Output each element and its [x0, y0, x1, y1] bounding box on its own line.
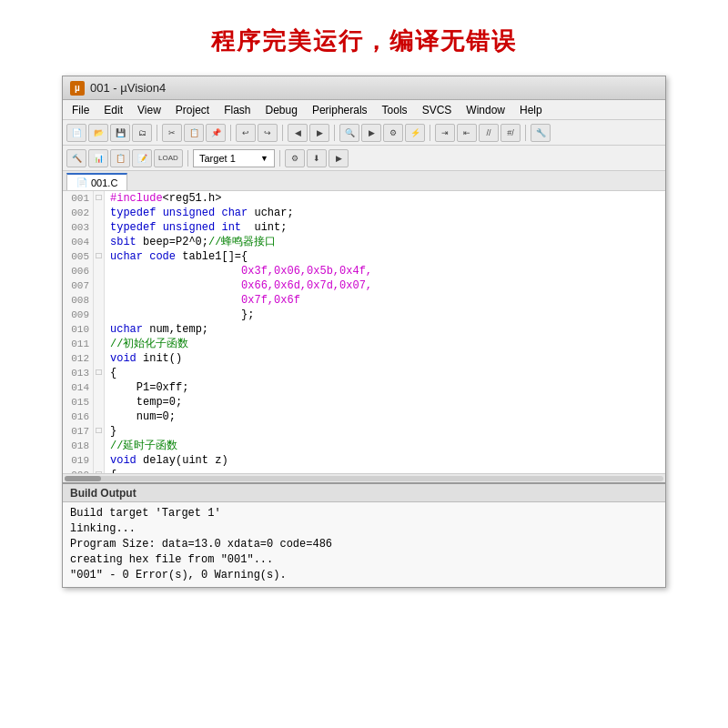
- page-title: 程序完美运行，编译无错误: [0, 0, 728, 76]
- tb-paste[interactable]: 📌: [206, 124, 226, 142]
- tb-build-1[interactable]: ▶: [361, 124, 381, 142]
- tb-undo[interactable]: ↩: [236, 124, 256, 142]
- tb2-run[interactable]: ▶: [329, 149, 349, 167]
- code-line-6: 006 0x3f,0x06,0x5b,0x4f,: [63, 264, 665, 278]
- tb-outdent[interactable]: ⇤: [457, 124, 477, 142]
- window-title: 001 - µVision4: [90, 81, 166, 95]
- menu-help[interactable]: Help: [514, 103, 548, 117]
- target-dropdown[interactable]: Target 1 ▼: [193, 149, 275, 167]
- code-line-8: 008 0x7f,0x6f: [63, 293, 665, 308]
- sep3: [282, 125, 283, 141]
- tb-comment[interactable]: //: [479, 124, 499, 142]
- title-bar: µ 001 - µVision4: [63, 76, 665, 100]
- build-output-header: Build Output: [63, 484, 665, 502]
- menu-project[interactable]: Project: [170, 103, 215, 117]
- code-line-11: 011 //初始化子函数: [63, 337, 665, 351]
- tb2-1[interactable]: 🔨: [66, 149, 86, 167]
- tb-indent[interactable]: ⇥: [435, 124, 455, 142]
- menu-flash[interactable]: Flash: [218, 103, 256, 117]
- tab-icon: 📄: [76, 177, 87, 187]
- menu-tools[interactable]: Tools: [377, 103, 413, 117]
- code-line-15: 015 temp=0;: [63, 395, 665, 410]
- build-line-4: creating hex file from "001"...: [70, 552, 658, 568]
- menu-bar: File Edit View Project Flash Debug Perip…: [63, 100, 665, 120]
- tb-uncomment[interactable]: #/: [500, 124, 521, 142]
- tb-build-2[interactable]: ⚙: [383, 124, 403, 142]
- code-line-12: 012 void init(): [63, 351, 665, 366]
- menu-view[interactable]: View: [132, 103, 167, 117]
- sep8: [279, 150, 280, 167]
- tb2-3[interactable]: 📋: [110, 149, 130, 167]
- build-line-3: Program Size: data=13.0 xdata=0 code=486: [70, 537, 658, 552]
- code-line-16: 016 num=0;: [63, 410, 665, 424]
- toolbar-build: 🔨 📊 📋 📝 LOAD Target 1 ▼ ⚙ ⬇ ▶: [63, 146, 665, 171]
- code-line-4: 004 sbit beep=P2^0;//蜂鸣器接口: [63, 235, 665, 249]
- dropdown-arrow: ▼: [260, 154, 268, 163]
- tb2-2[interactable]: 📊: [88, 149, 108, 167]
- build-line-2: linking...: [70, 521, 658, 537]
- tab-001c[interactable]: 📄 001.C: [66, 173, 127, 190]
- tb-new[interactable]: 📄: [66, 124, 86, 142]
- tb-logo[interactable]: 🔧: [531, 124, 551, 142]
- tb-save-all[interactable]: 🗂: [132, 124, 152, 142]
- menu-window[interactable]: Window: [460, 103, 511, 117]
- code-line-13: 013 □ {: [63, 366, 665, 380]
- tb-fwd[interactable]: ▶: [309, 124, 329, 142]
- code-line-18: 018 //延时子函数: [63, 439, 665, 453]
- sep4: [334, 125, 335, 141]
- tb-save[interactable]: 💾: [110, 124, 130, 142]
- code-line-1: 001 □ #include<reg51.h>: [63, 191, 665, 206]
- tb2-settings[interactable]: ⚙: [285, 149, 305, 167]
- code-line-7: 007 0x66,0x6d,0x7d,0x07,: [63, 278, 665, 293]
- sep1: [157, 125, 157, 141]
- tab-bar: 📄 001.C: [63, 171, 665, 191]
- menu-file[interactable]: File: [66, 103, 95, 117]
- build-line-5: "001" - 0 Error(s), 0 Warning(s).: [70, 568, 658, 583]
- tb-back[interactable]: ◀: [288, 124, 308, 142]
- build-line-1: Build target 'Target 1': [70, 506, 658, 521]
- tb-open[interactable]: 📂: [88, 124, 108, 142]
- code-line-3: 003 typedef unsigned int uint;: [63, 220, 665, 235]
- tb2-load[interactable]: LOAD: [154, 149, 183, 167]
- menu-svcs[interactable]: SVCS: [417, 103, 458, 117]
- code-line-17: 017 □ }: [63, 424, 665, 439]
- scrollbar-thumb[interactable]: [65, 476, 101, 481]
- code-line-19: 019 void delay(uint z): [63, 453, 665, 468]
- code-line-5: 005 □ uchar code table1[]={: [63, 249, 665, 264]
- tb-cut[interactable]: ✂: [162, 124, 182, 142]
- sep5: [430, 125, 430, 141]
- build-output-content: Build target 'Target 1' linking... Progr…: [63, 502, 665, 587]
- build-output-panel: Build Output Build target 'Target 1' lin…: [63, 482, 665, 587]
- tb-copy[interactable]: 📋: [184, 124, 204, 142]
- code-line-2: 002 typedef unsigned char uchar;: [63, 206, 665, 220]
- menu-edit[interactable]: Edit: [98, 103, 128, 117]
- toolbar-main: 📄 📂 💾 🗂 ✂ 📋 📌 ↩ ↪ ◀ ▶ 🔍 ▶ ⚙ ⚡ ⇥ ⇤ // #/ …: [63, 120, 665, 146]
- tb-find[interactable]: 🔍: [339, 124, 359, 142]
- sep6: [525, 125, 526, 141]
- ide-window: µ 001 - µVision4 File Edit View Project …: [62, 76, 666, 588]
- scrollbar-track[interactable]: [65, 476, 663, 481]
- app-icon: µ: [70, 81, 85, 96]
- tb-build-3[interactable]: ⚡: [405, 124, 425, 142]
- code-editor[interactable]: 001 □ #include<reg51.h> 002 typedef unsi…: [63, 191, 665, 473]
- code-line-10: 010 uchar num,temp;: [63, 322, 665, 337]
- tb-redo[interactable]: ↪: [258, 124, 278, 142]
- code-line-9: 009 };: [63, 308, 665, 322]
- menu-peripherals[interactable]: Peripherals: [307, 103, 373, 117]
- sep2: [230, 125, 231, 141]
- tb2-4[interactable]: 📝: [132, 149, 152, 167]
- code-scrollbar[interactable]: [63, 473, 665, 482]
- menu-debug[interactable]: Debug: [260, 103, 303, 117]
- sep7: [187, 150, 188, 167]
- code-line-14: 014 P1=0xff;: [63, 380, 665, 395]
- tb2-download[interactable]: ⬇: [307, 149, 327, 167]
